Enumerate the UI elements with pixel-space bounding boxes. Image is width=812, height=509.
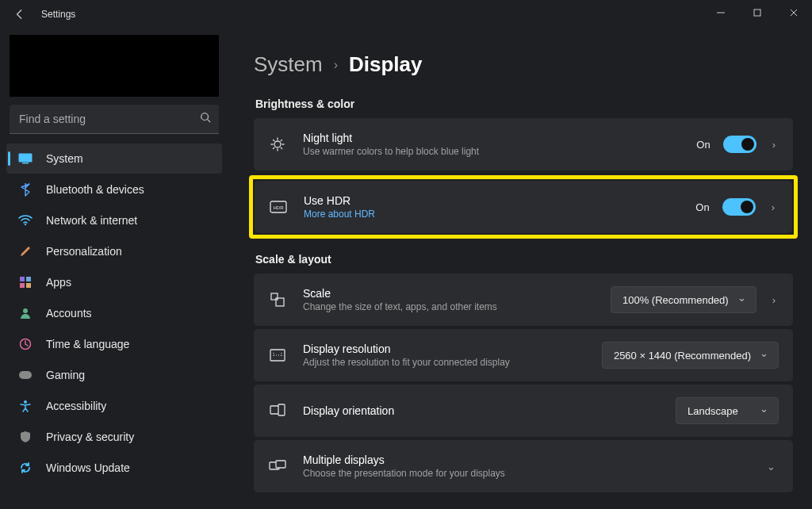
hdr-toggle[interactable]: [722, 198, 756, 216]
scale-select[interactable]: 100% (Recommended): [611, 286, 756, 313]
night-light-state: On: [696, 139, 710, 151]
wifi-icon: [17, 212, 33, 228]
card-orientation[interactable]: Display orientation Landscape: [254, 385, 793, 437]
multiple-displays-icon: [266, 460, 289, 473]
multiple-sub: Choose the presentation mode for your di…: [303, 468, 764, 479]
card-resolution[interactable]: Display resolution Adjust the resolution…: [254, 329, 793, 381]
sidebar: System Bluetooth & devices Network & int…: [0, 29, 230, 509]
clock-icon: [17, 336, 33, 352]
orientation-value: Landscape: [688, 405, 738, 417]
sidebar-item-gaming[interactable]: Gaming: [6, 360, 222, 390]
orientation-title: Display orientation: [303, 404, 676, 417]
hdr-icon: HDR: [267, 201, 289, 213]
minimize-button[interactable]: [703, 0, 739, 25]
gamepad-icon: [17, 367, 33, 383]
card-night-light[interactable]: Night light Use warmer colors to help bl…: [254, 118, 793, 170]
sidebar-item-accounts[interactable]: Accounts: [6, 298, 222, 328]
svg-rect-16: [271, 293, 278, 300]
accessibility-icon: [17, 398, 33, 414]
resolution-sub: Adjust the resolution to fit your connec…: [303, 357, 602, 368]
svg-rect-2: [19, 154, 33, 163]
resolution-select[interactable]: 2560 × 1440 (Recommended): [602, 342, 779, 369]
search-input[interactable]: [10, 105, 219, 133]
resolution-icon: [266, 349, 289, 362]
svg-point-4: [25, 224, 26, 225]
sidebar-item-label: Privacy & security: [46, 431, 134, 443]
sidebar-item-label: Accessibility: [46, 400, 106, 412]
person-icon: [17, 305, 33, 321]
multiple-title: Multiple displays: [303, 454, 764, 466]
sidebar-item-label: Bluetooth & devices: [46, 183, 144, 196]
back-button[interactable]: [6, 1, 33, 28]
sidebar-item-label: Windows Update: [46, 461, 130, 474]
svg-rect-8: [26, 283, 31, 288]
search-wrap: [10, 105, 219, 134]
sidebar-item-network[interactable]: Network & internet: [6, 205, 222, 235]
svg-point-13: [274, 141, 281, 147]
sidebar-item-apps[interactable]: Apps: [6, 267, 222, 297]
resolution-value: 2560 × 1440 (Recommended): [614, 350, 751, 362]
close-button[interactable]: [776, 0, 812, 25]
svg-rect-0: [754, 10, 760, 16]
orientation-select[interactable]: Landscape: [676, 397, 779, 424]
sidebar-item-label: Network & internet: [46, 214, 137, 227]
svg-rect-3: [22, 163, 29, 164]
scale-title: Scale: [303, 287, 611, 300]
search-icon: [200, 112, 211, 123]
system-icon: [17, 151, 33, 166]
breadcrumb-parent[interactable]: System: [254, 52, 323, 77]
sun-icon: [266, 136, 289, 152]
hdr-highlight: HDR Use HDR More about HDR On ›: [249, 175, 798, 239]
main-content: System › Display Brightness & color Nigh…: [230, 29, 812, 509]
svg-point-1: [201, 113, 209, 121]
sidebar-item-time[interactable]: Time & language: [6, 329, 222, 359]
hdr-state: On: [695, 201, 709, 213]
svg-rect-20: [278, 404, 285, 415]
sidebar-item-privacy[interactable]: Privacy & security: [6, 422, 222, 452]
card-multiple-displays[interactable]: Multiple displays Choose the presentatio…: [254, 440, 793, 492]
sidebar-item-label: Accounts: [46, 307, 92, 320]
scale-value: 100% (Recommended): [622, 294, 729, 306]
page-title: Display: [349, 52, 423, 77]
chevron-right-icon[interactable]: ›: [769, 294, 779, 306]
window-controls: [703, 0, 812, 25]
sidebar-item-system[interactable]: System: [6, 144, 222, 174]
night-light-sub: Use warmer colors to help block blue lig…: [303, 146, 696, 157]
svg-point-9: [23, 308, 28, 313]
hdr-title: Use HDR: [304, 194, 695, 207]
chevron-right-icon[interactable]: ›: [769, 139, 779, 151]
night-light-toggle[interactable]: [723, 136, 756, 153]
hdr-link[interactable]: More about HDR: [304, 209, 695, 220]
section-brightness-title: Brightness & color: [255, 98, 793, 110]
shield-icon: [17, 429, 33, 445]
section-scale-title: Scale & layout: [255, 253, 793, 266]
scale-icon: [266, 292, 289, 308]
svg-rect-7: [20, 283, 25, 288]
sidebar-item-label: Personalization: [46, 245, 122, 258]
maximize-button[interactable]: [739, 0, 776, 25]
svg-rect-18: [270, 350, 285, 361]
apps-icon: [17, 274, 33, 290]
svg-rect-6: [26, 277, 31, 281]
card-use-hdr[interactable]: HDR Use HDR More about HDR On ›: [255, 181, 792, 233]
sidebar-item-personalization[interactable]: Personalization: [6, 236, 222, 266]
chevron-right-icon: ›: [334, 58, 338, 72]
sidebar-item-accessibility[interactable]: Accessibility: [6, 391, 222, 421]
chevron-right-icon[interactable]: ›: [768, 201, 778, 213]
nav: System Bluetooth & devices Network & int…: [6, 144, 222, 483]
night-light-title: Night light: [303, 132, 696, 144]
card-scale[interactable]: Scale Change the size of text, apps, and…: [254, 274, 793, 326]
svg-point-12: [24, 400, 27, 404]
breadcrumb: System › Display: [254, 52, 793, 77]
resolution-title: Display resolution: [303, 343, 602, 355]
orientation-icon: [266, 404, 289, 418]
svg-rect-22: [276, 461, 285, 468]
sidebar-item-label: Gaming: [46, 369, 85, 381]
profile-block: [10, 35, 219, 97]
sidebar-item-label: Apps: [46, 276, 71, 289]
sidebar-item-bluetooth[interactable]: Bluetooth & devices: [6, 174, 222, 205]
sidebar-item-update[interactable]: Windows Update: [6, 453, 222, 483]
sidebar-item-label: System: [46, 152, 83, 165]
chevron-down-icon[interactable]: ⌄: [764, 461, 779, 473]
paintbrush-icon: [17, 243, 33, 259]
